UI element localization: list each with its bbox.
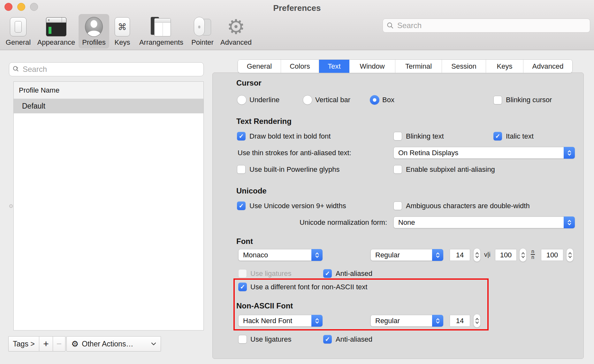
toolbar-item-advanced[interactable]: ⚙ Advanced [216, 14, 256, 49]
search-icon [387, 22, 394, 29]
non-ascii-style-popup[interactable]: Regular [370, 315, 443, 327]
radio-vertical-bar-label: Vertical bar [315, 95, 350, 104]
profile-list: Profile Name Default [13, 81, 204, 330]
other-actions-button[interactable]: ⚙ Other Actions… [66, 336, 161, 352]
tab-window[interactable]: Window [349, 60, 395, 73]
tab-text[interactable]: Text [319, 60, 349, 73]
radio-underline[interactable] [237, 95, 247, 105]
non-ascii-size-stepper[interactable] [473, 314, 481, 328]
gear-icon: ⚙ [71, 340, 79, 348]
toolbar-item-label: General [6, 38, 31, 47]
popup-stepper-icon [564, 147, 575, 159]
checkbox-italic-text[interactable] [493, 132, 502, 140]
toolbar-item-arrangements[interactable]: Arrangements [132, 14, 191, 49]
checkbox-powerline-label: Use built-in Powerline glyphs [249, 165, 339, 174]
checkbox-subpixel[interactable] [393, 165, 402, 174]
font-family-popup[interactable]: Monaco [238, 249, 323, 261]
non-ascii-family-popup[interactable]: Hack Nerd Font [238, 315, 323, 327]
checkbox-unicode9-label: Use Unicode version 9+ widths [249, 201, 346, 210]
splitter-knob[interactable] [9, 204, 13, 208]
search-menu-icon [12, 66, 20, 73]
tab-general[interactable]: General [238, 60, 281, 73]
checkbox-non-ascii-antialiased[interactable] [323, 335, 332, 344]
font-size-field[interactable]: 14 [450, 249, 470, 261]
tab-advanced[interactable]: Advanced [523, 60, 572, 73]
font-style-popup[interactable]: Regular [370, 249, 443, 261]
toolbar: Preferences General Appearance Profiles … [0, 0, 594, 50]
profile-search-field[interactable] [9, 62, 204, 76]
vertical-spacing-stepper[interactable] [566, 248, 574, 262]
radio-box-label: Box [382, 95, 394, 104]
toolbar-item-label: Profiles [82, 38, 105, 47]
pointer-icon [193, 16, 212, 38]
tags-button[interactable]: Tags > [8, 336, 39, 352]
unicode-heading: Unicode [236, 186, 267, 195]
checkbox-draw-bold[interactable] [237, 132, 246, 140]
horizontal-spacing-field[interactable]: 100 [495, 249, 517, 261]
checkbox-antialiased-label: Anti-aliased [336, 269, 372, 278]
normalization-popup[interactable]: None [393, 216, 575, 228]
appearance-icon [46, 16, 66, 38]
profile-row-default[interactable]: Default [14, 99, 203, 113]
tab-terminal[interactable]: Terminal [395, 60, 442, 73]
checkbox-ambiguous[interactable] [393, 201, 402, 210]
chevron-down-icon [151, 342, 156, 345]
thin-strokes-popup[interactable]: On Retina Displays [393, 147, 575, 159]
popup-stepper-icon [311, 315, 323, 327]
toolbar-item-general[interactable]: General [4, 14, 33, 49]
window-title: Preferences [0, 3, 594, 13]
toolbar-item-pointer[interactable]: Pointer [186, 14, 219, 49]
non-ascii-font-heading: Non-ASCII Font [236, 301, 293, 310]
checkbox-blinking-text[interactable] [393, 132, 402, 140]
advanced-gear-icon: ⚙ [227, 16, 245, 38]
toolbar-item-label: Appearance [37, 38, 75, 47]
other-actions-label: Other Actions… [82, 340, 133, 348]
checkbox-powerline[interactable] [237, 165, 246, 174]
toolbar-item-appearance[interactable]: Appearance [32, 14, 80, 49]
checkbox-blinking-text-label: Blinking text [406, 132, 444, 141]
toolbar-item-label: Keys [115, 38, 130, 47]
checkbox-non-ascii-ligatures[interactable] [238, 335, 247, 344]
vertical-spacing-icon: nn [531, 249, 535, 260]
radio-box[interactable] [370, 95, 379, 105]
horizontal-spacing-icon: v|i [484, 251, 491, 258]
tab-colors[interactable]: Colors [281, 60, 319, 73]
checkbox-ambiguous-label: Ambiguous characters are double-width [406, 201, 530, 210]
checkbox-subpixel-label: Enable subpixel anti-aliasing [406, 165, 495, 174]
checkbox-blinking-cursor-label: Blinking cursor [506, 95, 552, 104]
toolbar-search-field[interactable] [383, 19, 590, 33]
popup-stepper-icon [564, 216, 575, 228]
checkbox-unicode9[interactable] [237, 201, 246, 210]
command-icon: ⌘ [118, 22, 127, 32]
tab-session[interactable]: Session [442, 60, 486, 73]
popup-stepper-icon [432, 249, 443, 261]
text-rendering-heading: Text Rendering [236, 117, 292, 126]
remove-profile-button: − [53, 336, 65, 352]
font-size-stepper[interactable] [473, 248, 481, 262]
checkbox-draw-bold-label: Draw bold text in bold font [249, 132, 331, 141]
checkbox-ligatures [238, 269, 247, 278]
toolbar-search-input[interactable] [397, 21, 586, 30]
add-profile-button[interactable]: + [39, 336, 53, 352]
checkbox-italic-text-label: Italic text [506, 132, 534, 141]
preferences-window: Preferences General Appearance Profiles … [0, 0, 594, 364]
cursor-heading: Cursor [236, 79, 262, 87]
checkbox-different-font-label: Use a different font for non-ASCII text [250, 283, 367, 292]
horizontal-spacing-stepper[interactable] [519, 248, 527, 262]
profile-tabs: General Colors Text Window Terminal Sess… [238, 60, 572, 73]
profile-list-header[interactable]: Profile Name [14, 82, 203, 99]
non-ascii-size-field[interactable]: 14 [450, 315, 470, 327]
normalization-label: Unicode normalization form: [236, 218, 387, 227]
toolbar-item-profiles[interactable]: Profiles [79, 14, 109, 49]
tab-keys[interactable]: Keys [486, 60, 523, 73]
vertical-spacing-field[interactable]: 100 [541, 249, 563, 261]
radio-vertical-bar[interactable] [303, 95, 312, 105]
profile-search-input[interactable] [22, 64, 200, 74]
toolbar-item-keys[interactable]: ⌘ Keys [111, 14, 134, 49]
thin-strokes-label: Use thin strokes for anti-aliased text: [238, 148, 351, 157]
popup-stepper-icon [432, 315, 443, 327]
checkbox-antialiased[interactable] [323, 269, 332, 278]
checkbox-non-ascii-ligatures-label: Use ligatures [250, 335, 291, 344]
checkbox-blinking-cursor[interactable] [493, 96, 502, 104]
checkbox-different-font[interactable] [238, 283, 247, 291]
